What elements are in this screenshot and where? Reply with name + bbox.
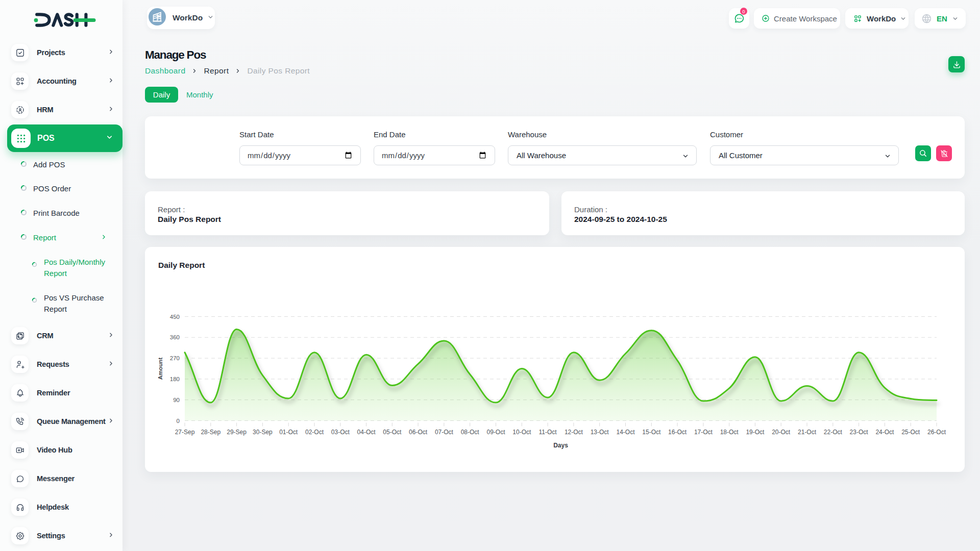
svg-text:12-Oct: 12-Oct (565, 429, 583, 436)
svg-text:07-Oct: 07-Oct (435, 429, 454, 436)
svg-text:17-Oct: 17-Oct (694, 429, 713, 436)
svg-text:28-Sep: 28-Sep (201, 429, 220, 436)
svg-text:11-Oct: 11-Oct (539, 429, 557, 436)
svg-text:22-Oct: 22-Oct (824, 429, 843, 436)
svg-text:09-Oct: 09-Oct (486, 429, 505, 436)
svg-text:19-Oct: 19-Oct (746, 429, 765, 436)
svg-text:21-Oct: 21-Oct (798, 429, 817, 436)
svg-text:26-Oct: 26-Oct (927, 429, 946, 436)
svg-text:03-Oct: 03-Oct (331, 429, 350, 436)
svg-text:0: 0 (177, 418, 180, 424)
svg-text:Days: Days (553, 442, 568, 449)
svg-text:15-Oct: 15-Oct (642, 429, 661, 436)
svg-text:24-Oct: 24-Oct (875, 429, 894, 436)
svg-text:06-Oct: 06-Oct (409, 429, 428, 436)
svg-text:04-Oct: 04-Oct (357, 429, 376, 436)
svg-text:360: 360 (170, 334, 180, 340)
svg-text:05-Oct: 05-Oct (383, 429, 402, 436)
svg-text:02-Oct: 02-Oct (305, 429, 324, 436)
svg-text:08-Oct: 08-Oct (461, 429, 480, 436)
svg-text:180: 180 (170, 376, 180, 382)
svg-text:13-Oct: 13-Oct (591, 429, 609, 436)
svg-text:450: 450 (170, 314, 180, 320)
svg-text:20-Oct: 20-Oct (772, 429, 791, 436)
svg-text:10-Oct: 10-Oct (512, 429, 531, 436)
svg-text:14-Oct: 14-Oct (616, 429, 635, 436)
svg-text:270: 270 (170, 355, 180, 361)
svg-text:16-Oct: 16-Oct (668, 429, 687, 436)
svg-text:90: 90 (173, 397, 180, 403)
svg-text:29-Sep: 29-Sep (227, 429, 247, 436)
svg-text:30-Sep: 30-Sep (253, 429, 273, 436)
svg-text:18-Oct: 18-Oct (720, 429, 739, 436)
svg-text:25-Oct: 25-Oct (901, 429, 920, 436)
svg-text:23-Oct: 23-Oct (850, 429, 869, 436)
svg-text:01-Oct: 01-Oct (279, 429, 298, 436)
svg-text:27-Sep: 27-Sep (175, 429, 195, 436)
svg-text:Amount: Amount (157, 358, 163, 380)
